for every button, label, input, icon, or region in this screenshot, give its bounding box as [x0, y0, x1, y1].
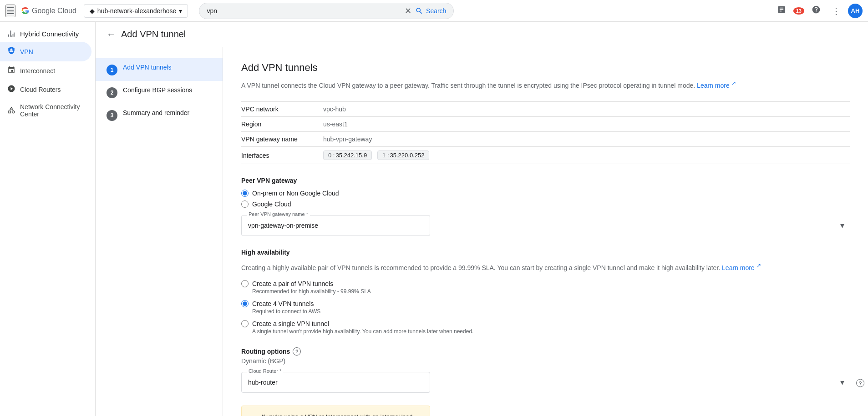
cloud-router-label: Cloud Router: [247, 368, 283, 374]
page-title: Add VPN tunnel: [121, 29, 186, 40]
step-2[interactable]: 2 Configure BGP sessions: [96, 81, 223, 104]
cloud-router-field-wrapper: Cloud Router hub-router ▾ ?: [241, 372, 850, 393]
ha-title: High availability: [241, 249, 850, 256]
cloud-router-help-icon[interactable]: ?: [856, 378, 864, 387]
ha-option-four: Create 4 VPN tunnels Required to connect…: [241, 300, 850, 315]
form-description: A VPN tunnel connects the Cloud VPN gate…: [241, 79, 850, 90]
interface-idx-0: 0 :: [328, 152, 335, 159]
ha-option-single-input[interactable]: [241, 320, 249, 327]
notification-count[interactable]: 13: [793, 7, 804, 15]
high-availability-section: High availability Creating a highly avai…: [241, 249, 850, 335]
interface-badge-0: 0 : 35.242.15.9: [323, 150, 372, 160]
ha-learn-more-link[interactable]: Learn more ↗: [722, 264, 761, 271]
ha-option-pair-label: Create a pair of VPN tunnels: [252, 280, 333, 287]
clear-icon[interactable]: ✕: [405, 6, 411, 16]
radio-on-prem-label: On-prem or Non Google Cloud: [252, 190, 339, 197]
routing-help-icon[interactable]: ?: [293, 347, 301, 356]
peer-gateway-name-select[interactable]: vpn-gateway-on-premise: [241, 215, 430, 236]
learn-more-link[interactable]: Learn more ↗: [697, 82, 736, 89]
vpn-gateway-name-value: hub-vpn-gateway: [323, 135, 372, 143]
routing-title-row: Routing options ?: [241, 347, 850, 356]
region-value: us-east1: [323, 120, 348, 128]
ha-option-single-sublabel: A single tunnel won't provide high avail…: [252, 328, 850, 335]
cloud-text: Google Cloud: [32, 7, 76, 15]
interface-badge-1: 1 : 35.220.0.252: [377, 150, 429, 160]
google-logo-icon: [21, 6, 30, 15]
step-1[interactable]: 1 Add VPN tunnels: [96, 58, 223, 81]
sidebar-header: Hybrid Connectivity: [0, 22, 95, 42]
sidebar-item-label-vpn: VPN: [20, 48, 33, 55]
routing-title: Routing options: [241, 348, 290, 355]
ha-option-pair-input[interactable]: [241, 280, 249, 287]
help-icon: [812, 5, 821, 14]
sidebar-item-label-interconnect: Interconnect: [20, 67, 55, 75]
cloud-router-select[interactable]: hub-router: [241, 372, 430, 393]
ha-option-four-sublabel: Required to connect to AWS: [252, 308, 850, 315]
routing-section: Routing options ? Dynamic (BGP) Cloud Ro…: [241, 347, 850, 393]
radio-on-prem[interactable]: On-prem or Non Google Cloud: [241, 190, 850, 197]
ha-option-single: Create a single VPN tunnel A single tunn…: [241, 320, 850, 335]
chevron-down-icon: ▾: [179, 7, 182, 15]
sidebar-header-icon: [7, 29, 16, 38]
step-1-circle: 1: [107, 65, 117, 75]
radio-google-cloud-input[interactable]: [241, 200, 249, 208]
search-button[interactable]: Search: [415, 7, 446, 15]
peer-vpn-gateway-radio-group: On-prem or Non Google Cloud Google Cloud: [241, 190, 850, 208]
avatar[interactable]: AH: [848, 4, 863, 18]
project-icon: ◆: [90, 7, 95, 15]
topbar-actions: 13 ⋮ AH: [773, 1, 863, 20]
sidebar-item-cloud-routers[interactable]: Cloud Routers: [0, 80, 91, 99]
cloud-routers-icon: [7, 85, 15, 94]
info-row-vpc: VPC network vpc-hub: [241, 101, 850, 117]
topbar: ☰ Google Cloud ◆ hub-network-alexanderho…: [0, 0, 868, 22]
interface-idx-1: 1 :: [382, 152, 389, 159]
content-body: 1 Add VPN tunnels 2 Configure BGP sessio…: [96, 47, 868, 416]
help-button[interactable]: [808, 1, 824, 20]
menu-icon[interactable]: ☰: [5, 5, 15, 17]
project-selector[interactable]: ◆ hub-network-alexanderhose ▾: [84, 4, 188, 18]
region-label: Region: [241, 120, 323, 128]
layout: Hybrid Connectivity VPN Interconnect Clo…: [0, 22, 868, 416]
ha-option-single-label: Create a single VPN tunnel: [252, 320, 329, 327]
search-input[interactable]: [207, 7, 405, 15]
interface-ip-1: 35.220.0.252: [390, 152, 425, 159]
radio-google-cloud[interactable]: Google Cloud: [241, 200, 850, 208]
warning-text: If you're using a VPN or Interconnect wi…: [262, 412, 422, 416]
step-3-label: Summary and reminder: [123, 109, 189, 116]
info-row-vpn-gateway: VPN gateway name hub-vpn-gateway: [241, 132, 850, 147]
radio-on-prem-input[interactable]: [241, 190, 249, 197]
peer-gateway-name-label: Peer VPN gateway name: [247, 211, 310, 217]
warning-icon: ⚠: [249, 413, 256, 416]
info-row-region: Region us-east1: [241, 117, 850, 132]
ncc-icon: [7, 106, 15, 115]
ha-option-pair-sublabel: Recommended for high availability - 99.9…: [252, 288, 850, 295]
notification-badge[interactable]: 13: [793, 7, 804, 15]
vpc-network-label: VPC network: [241, 105, 323, 113]
interfaces-value: 0 : 35.242.15.9 1 : 35.220.0.252: [323, 150, 433, 160]
search-icon: [415, 7, 423, 15]
step-3-circle: 3: [107, 110, 117, 121]
ha-option-four-input[interactable]: [241, 300, 249, 307]
stepper: 1 Add VPN tunnels 2 Configure BGP sessio…: [96, 47, 223, 416]
form-title: Add VPN tunnels: [241, 62, 850, 74]
sidebar-item-vpn[interactable]: VPN: [0, 42, 91, 61]
ha-option-four-label: Create 4 VPN tunnels: [252, 300, 314, 307]
vpn-icon: [7, 46, 15, 57]
peer-vpn-gateway-section: Peer VPN gateway On-prem or Non Google C…: [241, 177, 850, 236]
peer-gateway-name-field-wrapper: Peer VPN gateway name vpn-gateway-on-pre…: [241, 215, 850, 236]
ha-description: Creating a highly available pair of VPN …: [241, 261, 850, 273]
peer-vpn-gateway-title: Peer VPN gateway: [241, 177, 850, 184]
step-3[interactable]: 3 Summary and reminder: [96, 104, 223, 126]
sidebar-item-label-cloud-routers: Cloud Routers: [20, 86, 61, 93]
ha-option-pair: Create a pair of VPN tunnels Recommended…: [241, 280, 850, 295]
sidebar-item-ncc[interactable]: Network Connectivity Center: [0, 99, 91, 122]
cloud-router-select-arrow-icon: ▾: [840, 377, 844, 387]
support-console-button[interactable]: [773, 1, 790, 20]
routing-value: Dynamic (BGP): [241, 357, 850, 365]
radio-google-cloud-label: Google Cloud: [252, 200, 291, 208]
search-label: Search: [426, 7, 446, 15]
interfaces-label: Interfaces: [241, 152, 323, 159]
back-button[interactable]: ←: [107, 29, 116, 40]
sidebar-item-interconnect[interactable]: Interconnect: [0, 61, 91, 80]
more-button[interactable]: ⋮: [828, 2, 844, 20]
